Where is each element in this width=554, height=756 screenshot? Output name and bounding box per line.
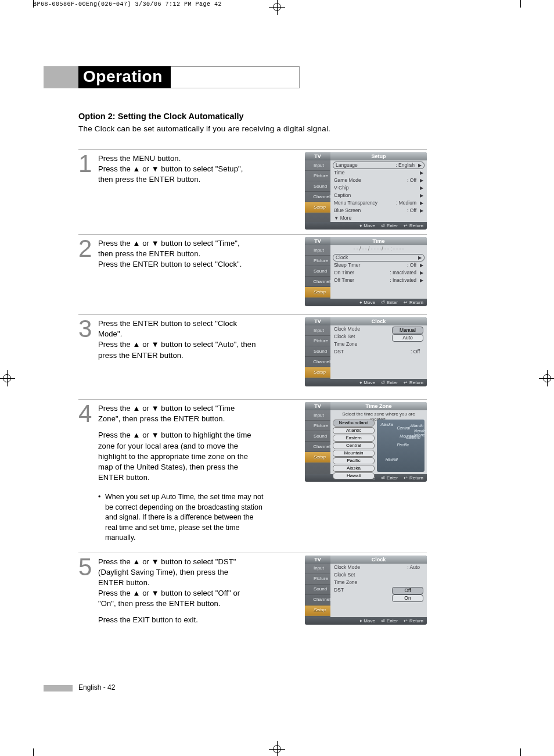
registration-mark-right xyxy=(539,370,554,386)
step-text: Press the ENTER button to select "Clock … xyxy=(98,318,256,361)
step-text: Press the ▲ or ▼ button to select "Time … xyxy=(98,403,256,483)
osd-row-value: : Off xyxy=(407,177,416,184)
osd-tv-label: TV xyxy=(305,317,330,325)
osd-row: Time ▶ xyxy=(330,169,427,177)
osd-row: V-Chip ▶ xyxy=(330,184,427,192)
title-trail xyxy=(171,66,300,88)
osd-option: Off xyxy=(392,587,423,594)
osd-tab-input: Input xyxy=(305,325,330,336)
osd-tab-channel: Channel xyxy=(305,192,330,202)
osd-row: Clock ▶ xyxy=(333,254,425,261)
osd-main: Language : English ▶ Time ▶ Game Mode : … xyxy=(330,160,427,222)
osd-main: Clock Mode Clock Set Time Zone DST xyxy=(330,325,427,379)
content-area: Option 2: Setting the Clock Automaticall… xyxy=(78,112,427,636)
osd-row: Clock Set xyxy=(330,571,427,579)
osd-row-value: : Off xyxy=(411,348,420,356)
osd-row: Time Zone xyxy=(330,579,427,586)
chevron-right-icon: ▶ xyxy=(420,169,423,177)
map-label: Hawaii xyxy=(386,457,398,461)
osd-row: Blue Screen : Off ▶ xyxy=(330,207,427,214)
osd-row-label: Clock Set xyxy=(334,571,355,579)
timezone-option: Newfoundland xyxy=(333,420,375,427)
osd-row: Clock Mode : Auto xyxy=(330,564,427,571)
osd-row: Menu Transparency : Medium ▶ xyxy=(330,199,427,207)
osd-tab-picture: Picture xyxy=(305,421,330,431)
osd-row-value: : Medium xyxy=(396,199,416,207)
osd-move-hint: ♦Move xyxy=(359,617,375,625)
osd-body: Input Picture Sound Channel Setup Clock … xyxy=(305,325,427,379)
step-1: 1 Press the MENU button.Press the ▲ or ▼… xyxy=(78,149,427,230)
osd-header: TV Time xyxy=(305,237,427,245)
osd-row-value: : English xyxy=(395,162,415,169)
osd-row-label: Blue Screen xyxy=(334,207,361,214)
osd-tv-label: TV xyxy=(305,402,330,410)
osd-main: Select the time zone where you are locat… xyxy=(330,410,427,474)
osd-tab-sound: Sound xyxy=(305,346,330,357)
osd-row-label: Clock xyxy=(336,255,348,261)
step-text-line: Press the ENTER button to select "Clock … xyxy=(98,318,256,339)
osd-return-hint: ↩Return xyxy=(404,474,423,482)
osd-tab-setup: Setup xyxy=(305,452,330,463)
chevron-right-icon: ▶ xyxy=(420,177,423,184)
osd-tab-input: Input xyxy=(305,410,330,421)
osd-tab-setup: Setup xyxy=(305,367,330,378)
osd-screenshot: TV Time Zone Input Picture Sound Channel… xyxy=(305,402,427,482)
page-footer: English - 42 xyxy=(78,683,115,691)
osd-row-label: Menu Transparency xyxy=(334,199,377,207)
osd-body: Input Picture Sound Channel Setup - - / … xyxy=(305,245,427,299)
osd-row: Sleep Timer : Off ▶ xyxy=(330,261,427,269)
map-label: Atlantic xyxy=(410,424,423,428)
osd-row-label: DST xyxy=(334,348,344,356)
option-heading: Option 2: Setting the Clock Automaticall… xyxy=(78,112,427,121)
osd-title: Clock xyxy=(330,317,427,325)
osd-tab-input: Input xyxy=(305,564,330,574)
osd-screenshot: TV Clock Input Picture Sound Channel Set… xyxy=(305,317,427,386)
chevron-right-icon: ▶ xyxy=(420,269,423,277)
step-number: 4 xyxy=(78,403,98,424)
osd-return-hint: ↩Return xyxy=(404,617,423,625)
timezone-option: Hawaii xyxy=(333,472,375,479)
osd-sidebar: Input Picture Sound Channel Setup xyxy=(305,160,330,222)
chevron-right-icon: ▶ xyxy=(420,184,423,192)
footer-accent xyxy=(44,685,73,691)
osd-row: Game Mode : Off ▶ xyxy=(330,177,427,184)
osd-screenshot: TV Setup Input Picture Sound Channel Set… xyxy=(305,152,427,230)
timezone-option: Alaska xyxy=(333,465,375,472)
osd-sidebar: Input Picture Sound Channel Setup xyxy=(305,410,330,474)
step-text-line: Press the ▲ or ▼ button to select "Auto"… xyxy=(98,339,256,360)
chevron-right-icon: ▶ xyxy=(420,207,423,214)
osd-title: Time Zone xyxy=(330,402,427,410)
osd-sidebar: Input Picture Sound Channel Setup xyxy=(305,325,330,379)
osd-tab-channel: Channel xyxy=(305,595,330,605)
step-text-line: Press the ▲ or ▼ button to select "Time"… xyxy=(98,238,256,259)
osd-tab-sound: Sound xyxy=(305,585,330,595)
osd-return-hint: ↩Return xyxy=(404,299,423,306)
osd-main: - - / - - / - - - -/ - - : - - - - Clock… xyxy=(330,245,427,299)
osd-sidebar: Input Picture Sound Channel Setup xyxy=(305,245,330,299)
osd-tab-picture: Picture xyxy=(305,574,330,585)
step-number: 3 xyxy=(78,318,98,339)
osd-tv-label: TV xyxy=(305,152,330,160)
step-text-line: Press the ▲ or ▼ button to select "Setup… xyxy=(98,164,256,185)
chevron-right-icon: ▶ xyxy=(420,199,423,207)
osd-screenshot: TV Time Input Picture Sound Channel Setu… xyxy=(305,237,427,306)
step-text: Press the ▲ or ▼ button to select "DST"(… xyxy=(98,557,256,626)
osd-tab-picture: Picture xyxy=(305,256,330,266)
step-text-line: Press the ▲ or ▼ button to select "DST"(… xyxy=(98,557,256,589)
osd-tab-sound: Sound xyxy=(305,266,330,277)
step-text-line: Press the MENU button. xyxy=(98,153,256,164)
osd-row: On Timer : Inactivated ▶ xyxy=(330,269,427,277)
chevron-right-icon: ▶ xyxy=(420,277,423,284)
timezone-list: NewfoundlandAtlanticEasternCentralMounta… xyxy=(333,420,375,480)
osd-tab-channel: Channel xyxy=(305,357,330,367)
chevron-right-icon: ▶ xyxy=(420,192,423,199)
osd-row-label: Clock Mode xyxy=(334,325,360,333)
osd-row: Off Timer : Inactivated ▶ xyxy=(330,277,427,284)
osd-body: Input Picture Sound Channel Setup Select… xyxy=(305,410,427,474)
osd-tab-input: Input xyxy=(305,160,330,171)
osd-enter-hint: ⏎Enter xyxy=(381,474,398,482)
registration-mark-left xyxy=(0,370,15,386)
osd-row-label: Time Zone xyxy=(334,341,357,348)
osd-move-hint: ♦Move xyxy=(359,379,375,386)
step-text: Press the MENU button.Press the ▲ or ▼ b… xyxy=(98,153,256,185)
